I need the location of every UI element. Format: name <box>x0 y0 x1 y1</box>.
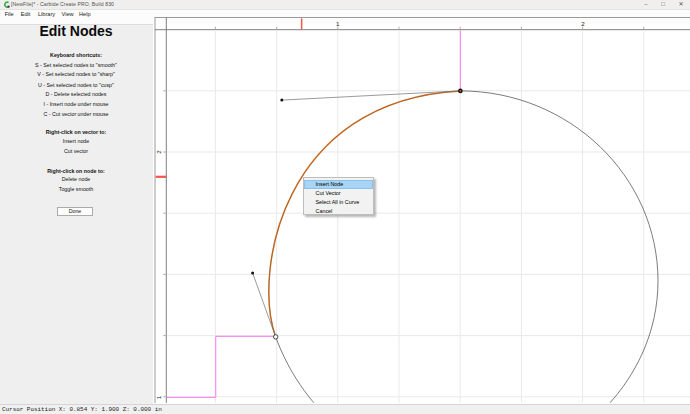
svg-text:2: 2 <box>155 150 162 154</box>
svg-text:1: 1 <box>155 395 162 399</box>
svg-text:2: 2 <box>581 20 585 27</box>
svg-text:1: 1 <box>336 20 340 27</box>
